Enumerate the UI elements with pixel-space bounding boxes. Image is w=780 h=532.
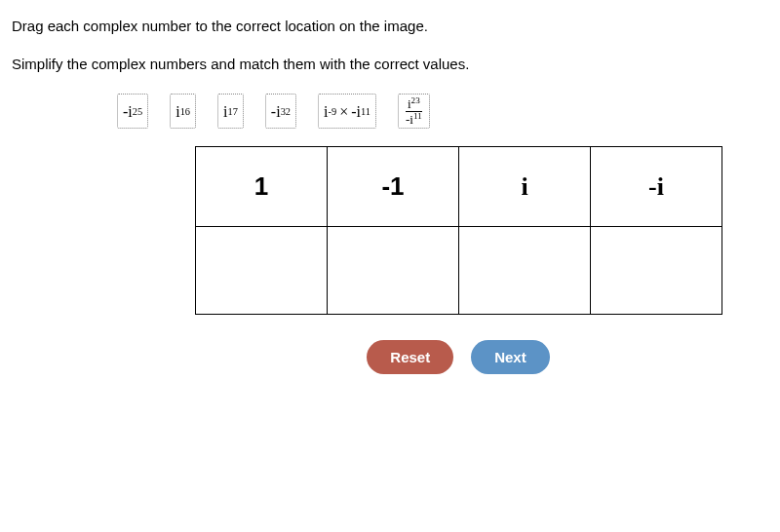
token-base: -i [123, 104, 133, 120]
token-op: × [336, 104, 351, 120]
token-i-16[interactable]: i16 [170, 94, 196, 129]
token-product[interactable]: i-9 × -i11 [318, 94, 376, 129]
token-b-base: -i [351, 104, 361, 120]
drop-cell-i[interactable] [459, 227, 591, 315]
instruction-line-2: Simplify the complex numbers and match t… [12, 56, 768, 72]
grid-header-neg-i: -i [591, 147, 722, 227]
drop-grid-wrap: 1 -1 i -i [195, 146, 768, 315]
draggable-tokens-row: -i25 i16 i17 -i32 i-9 × -i11 i23 -i11 [117, 94, 768, 129]
reset-button[interactable]: Reset [367, 340, 453, 374]
token-fraction[interactable]: i23 -i11 [398, 94, 430, 129]
frac-num-exp: 23 [411, 95, 420, 105]
drop-grid: 1 -1 i -i [195, 146, 722, 315]
frac-den-exp: 11 [413, 111, 422, 121]
button-row: Reset Next [148, 340, 768, 374]
drop-cell-neg-i[interactable] [591, 227, 722, 315]
grid-drop-row [196, 227, 722, 315]
grid-header-row: 1 -1 i -i [196, 147, 722, 227]
drop-cell-neg1[interactable] [328, 227, 459, 315]
next-button[interactable]: Next [471, 340, 550, 374]
instruction-line-1: Drag each complex number to the correct … [12, 18, 768, 34]
grid-header-1: 1 [196, 147, 328, 227]
token-i-17[interactable]: i17 [217, 94, 244, 129]
token-base: i [176, 104, 179, 120]
token-base: -i [271, 104, 281, 120]
frac-den-base: -i [406, 112, 413, 127]
grid-header-i: i [459, 147, 591, 227]
token-neg-i-25[interactable]: -i25 [117, 94, 148, 129]
token-neg-i-32[interactable]: -i32 [265, 94, 296, 129]
grid-header-neg1: -1 [328, 147, 459, 227]
drop-cell-1[interactable] [196, 227, 328, 315]
